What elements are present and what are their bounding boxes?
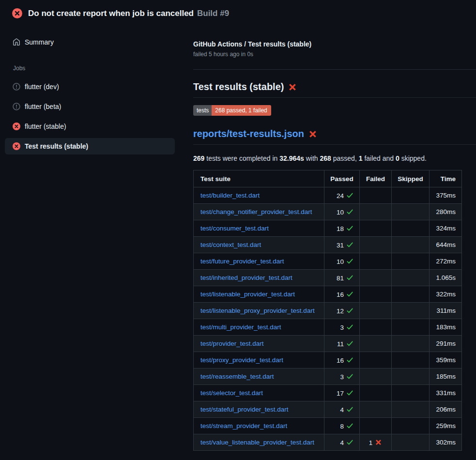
divider [193, 144, 476, 145]
passed-cell: 10 [324, 253, 360, 270]
divider [193, 69, 476, 70]
test-suite-link[interactable]: test/listenable_proxy_provider_test.dart [200, 307, 315, 314]
table-row: test/change_notifier_provider_test.dart1… [194, 204, 462, 220]
sidebar-item-flutter-stable[interactable]: flutter (stable) [5, 118, 175, 135]
section-title: Test results (stable) [193, 81, 476, 92]
test-suite-cell: test/consumer_test.dart [194, 220, 324, 237]
test-suite-link[interactable]: test/consumer_test.dart [200, 225, 269, 232]
time-cell: 311ms [430, 303, 462, 319]
test-suite-link[interactable]: test/context_test.dart [200, 241, 261, 248]
check-icon [344, 439, 353, 446]
failed-cell [360, 286, 392, 303]
test-suite-link[interactable]: test/stateful_provider_test.dart [200, 406, 289, 413]
badge-label: tests [193, 105, 212, 116]
sidebar: Summary Jobs flutter (dev) flut [0, 25, 182, 154]
passed-cell: 17 [324, 385, 360, 401]
passed-cell: 10 [324, 204, 360, 220]
sidebar-item-label: Summary [25, 38, 54, 46]
skipped-cell [392, 368, 430, 385]
table-row: test/reassemble_test.dart3185ms [194, 368, 462, 385]
neutral-status-icon [13, 83, 20, 91]
x-mark-icon [288, 83, 297, 92]
test-suite-link[interactable]: test/multi_provider_test.dart [200, 323, 281, 331]
check-icon [344, 389, 353, 397]
failed-cell [360, 303, 392, 319]
skipped-cell [392, 187, 430, 204]
x-mark-icon [308, 130, 317, 138]
test-suite-link[interactable]: test/stream_provider_test.dart [200, 422, 287, 429]
badge-value: 268 passed, 1 failed [212, 105, 271, 116]
summary-passed: 268 [320, 154, 331, 162]
test-suite-link[interactable]: test/value_listenable_provider_test.dart [200, 439, 314, 446]
table-row: test/provider_test.dart11291ms [194, 336, 462, 352]
sidebar-item-test-results-stable[interactable]: Test results (stable) [5, 138, 175, 154]
test-suite-cell: test/change_notifier_provider_test.dart [194, 204, 324, 220]
test-suite-link[interactable]: test/proxy_provider_test.dart [200, 356, 283, 364]
skipped-cell [392, 401, 430, 418]
check-icon [344, 307, 353, 314]
time-cell: 206ms [430, 401, 462, 418]
failed-cell [360, 204, 392, 220]
check-icon [344, 225, 353, 232]
table-row: test/value_listenable_provider_test.dart… [194, 434, 462, 451]
sidebar-item-flutter-dev[interactable]: flutter (dev) [5, 78, 175, 95]
test-suite-cell: test/stream_provider_test.dart [194, 418, 324, 434]
table-row: test/multi_provider_test.dart3183ms [194, 319, 462, 336]
table-row: test/inherited_provider_test.dart811.065… [194, 270, 462, 286]
time-cell: 185ms [430, 368, 462, 385]
x-icon [372, 439, 382, 446]
sidebar-item-flutter-beta[interactable]: flutter (beta) [5, 98, 175, 115]
time-cell: 183ms [430, 319, 462, 336]
column-header-passed: Passed [324, 170, 360, 187]
test-suite-cell: test/listenable_provider_test.dart [194, 286, 324, 303]
check-icon [344, 274, 353, 281]
passed-cell: 16 [324, 352, 360, 368]
test-suite-link[interactable]: test/builder_test.dart [200, 192, 260, 199]
report-file-link[interactable]: reports/test-results.json [193, 128, 304, 139]
skipped-cell [392, 385, 430, 401]
passed-cell: 12 [324, 303, 360, 319]
test-suite-link[interactable]: test/selector_test.dart [200, 389, 263, 397]
test-suite-cell: test/builder_test.dart [194, 187, 324, 204]
check-icon [344, 192, 353, 199]
passed-cell: 24 [324, 187, 360, 204]
test-suite-cell: test/listenable_proxy_provider_test.dart [194, 303, 324, 319]
time-cell: 331ms [430, 385, 462, 401]
test-suite-link[interactable]: test/listenable_provider_test.dart [200, 291, 295, 298]
passed-cell: 4 [324, 401, 360, 418]
table-row: test/selector_test.dart17331ms [194, 385, 462, 401]
check-icon [344, 340, 353, 347]
failed-cell [360, 336, 392, 352]
skipped-cell [392, 204, 430, 220]
passed-cell: 18 [324, 220, 360, 237]
sidebar-item-summary[interactable]: Summary [5, 34, 175, 50]
failed-circle-icon [13, 142, 20, 150]
skipped-cell [392, 418, 430, 434]
sidebar-item-label: flutter (dev) [25, 83, 59, 91]
passed-cell: 8 [324, 418, 360, 434]
passed-cell: 81 [324, 270, 360, 286]
check-icon [344, 291, 353, 298]
test-suite-link[interactable]: test/inherited_provider_test.dart [200, 274, 292, 281]
skipped-cell [392, 220, 430, 237]
table-header-row: Test suite Passed Failed Skipped Time [194, 170, 462, 187]
failed-cell [360, 352, 392, 368]
skipped-cell [392, 270, 430, 286]
test-suite-link[interactable]: test/provider_test.dart [200, 340, 264, 347]
time-cell: 280ms [430, 204, 462, 220]
check-icon [344, 208, 353, 215]
test-suite-link[interactable]: test/reassemble_test.dart [200, 373, 274, 380]
test-suite-link[interactable]: test/future_provider_test.dart [200, 258, 284, 265]
section-title-text: Test results (stable) [193, 81, 284, 92]
passed-cell: 4 [324, 434, 360, 451]
failed-cell [360, 319, 392, 336]
test-suite-link[interactable]: test/change_notifier_provider_test.dart [200, 208, 312, 215]
failed-cell [360, 187, 392, 204]
test-results-table: Test suite Passed Failed Skipped Time te… [193, 170, 462, 451]
failed-cell: 1 [360, 434, 392, 451]
test-suite-cell: test/inherited_provider_test.dart [194, 270, 324, 286]
failed-circle-icon [12, 8, 22, 18]
table-row: test/stream_provider_test.dart8259ms [194, 418, 462, 434]
test-suite-cell: test/multi_provider_test.dart [194, 319, 324, 336]
test-suite-cell: test/stateful_provider_test.dart [194, 401, 324, 418]
